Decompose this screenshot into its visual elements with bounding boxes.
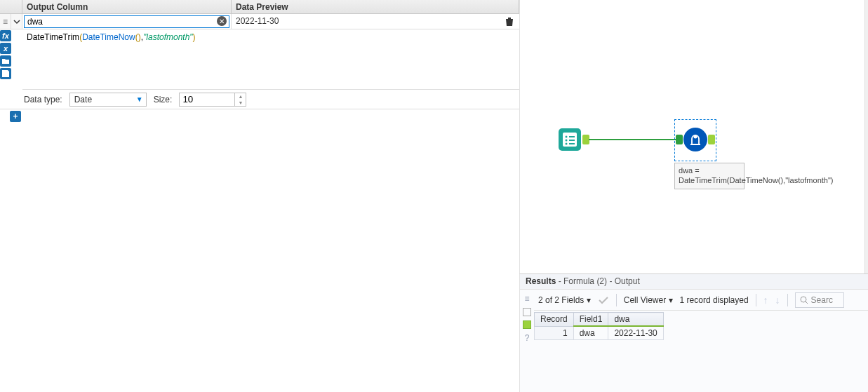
output-column-cell: ✕ [22, 14, 232, 29]
datatype-value: Date [74, 95, 92, 104]
datatype-label: Data type: [24, 95, 62, 104]
separator [616, 294, 617, 306]
list-icon[interactable]: ≡ [524, 294, 529, 304]
canvas-scrollbar[interactable] [864, 0, 868, 273]
formula-output-anchor[interactable] [708, 135, 715, 144]
fx-icon[interactable]: fx [0, 30, 11, 41]
next-record-icon[interactable]: ↓ [775, 295, 780, 306]
results-side-icons: ≡ ? [520, 290, 534, 343]
col-dwa[interactable]: dwa [608, 313, 663, 327]
row-drag-handle-icon[interactable]: ≡ [0, 14, 11, 29]
variable-x-icon[interactable]: x [0, 43, 11, 54]
separator [787, 294, 788, 306]
results-panel: Results - Formula (2) - Output ≡ ? 2 of … [519, 273, 868, 392]
collapse-chevron-icon[interactable] [11, 14, 22, 29]
output-column-input[interactable] [24, 15, 229, 28]
expression-area: fx x DateTimeTrim(DateTimeNow(),"lastofm… [0, 29, 519, 90]
svg-rect-5 [569, 136, 575, 137]
add-expression-button[interactable]: + [10, 111, 21, 122]
apply-check-icon[interactable] [598, 295, 609, 306]
search-placeholder: Searc [811, 295, 833, 305]
record-count-label: 1 record displayed [680, 295, 749, 305]
cell-field1: dwa [573, 326, 608, 340]
col-field1[interactable]: Field1 [573, 313, 608, 327]
results-toolbar: 2 of 2 Fields ▾ Cell Viewer ▾ 1 record d… [534, 290, 868, 311]
results-main: 2 of 2 Fields ▾ Cell Viewer ▾ 1 record d… [534, 290, 868, 343]
data-preview-value: 2022-11-30 [232, 14, 500, 29]
formula-input-anchor[interactable] [676, 135, 683, 144]
header-gutter [0, 0, 22, 13]
folder-icon[interactable] [0, 55, 11, 67]
config-header-row: Output Column Data Preview [0, 0, 519, 14]
svg-point-8 [694, 135, 697, 139]
prev-record-icon[interactable]: ↑ [763, 295, 768, 306]
formula-node-annotation[interactable]: dwa = DateTimeTrim(DateTimeNow(),"lastof… [674, 163, 745, 189]
connection-wire[interactable] [589, 139, 677, 140]
delete-row-icon[interactable] [500, 14, 519, 29]
formula-tool-node[interactable] [683, 128, 707, 151]
svg-rect-6 [569, 140, 575, 141]
fields-selector[interactable]: 2 of 2 Fields ▾ [538, 295, 591, 305]
svg-rect-7 [569, 143, 575, 144]
datatype-select[interactable]: Date ▼ [69, 93, 147, 107]
cell-viewer-dropdown[interactable]: Cell Viewer ▾ [624, 295, 673, 305]
svg-point-3 [566, 140, 568, 142]
svg-point-2 [566, 136, 568, 138]
separator [756, 294, 756, 306]
table-header-row: Record Field1 dwa [535, 313, 664, 327]
spinner-up-icon[interactable]: ▲ [235, 93, 246, 100]
dropdown-caret-icon: ▼ [136, 95, 143, 103]
expression-side-icons: fx x [0, 29, 22, 90]
results-title: Results [526, 276, 556, 286]
results-header: Results - Formula (2) - Output [520, 274, 868, 290]
search-icon [800, 296, 808, 304]
formula-config-panel: Output Column Data Preview ≡ ✕ 2022-11-3… [0, 0, 519, 122]
results-search[interactable]: Searc [795, 292, 844, 308]
cell-dwa: 2022-11-30 [608, 326, 663, 340]
size-label: Size: [154, 95, 173, 104]
help-icon[interactable]: ? [525, 333, 530, 343]
messages-toggle-icon[interactable] [523, 308, 531, 316]
clear-input-icon[interactable]: ✕ [217, 16, 227, 26]
output-field-row: ≡ ✕ 2022-11-30 [0, 14, 519, 29]
output-toggle-icon[interactable] [523, 320, 531, 329]
svg-point-4 [566, 143, 568, 145]
results-subtitle: - Formula (2) - Output [559, 276, 640, 286]
svg-point-9 [801, 297, 806, 302]
expression-editor[interactable]: DateTimeTrim(DateTimeNow(),"lastofmonth"… [22, 29, 519, 90]
datatype-row: Data type: Date ▼ Size: ▲ ▼ [0, 90, 519, 109]
size-spinner[interactable]: ▲ ▼ [235, 93, 246, 107]
save-icon[interactable] [0, 68, 11, 79]
cell-record: 1 [535, 326, 574, 340]
size-input[interactable] [179, 93, 235, 107]
header-data-preview: Data Preview [232, 0, 519, 13]
col-record[interactable]: Record [535, 313, 574, 327]
svg-line-10 [806, 302, 808, 304]
text-input-tool-node[interactable] [558, 128, 582, 151]
results-table: Record Field1 dwa 1 dwa 2022-11-30 [534, 312, 664, 340]
header-output-column: Output Column [22, 0, 232, 13]
spinner-down-icon[interactable]: ▼ [235, 100, 246, 106]
workflow-canvas[interactable]: dwa = DateTimeTrim(DateTimeNow(),"lastof… [519, 0, 868, 273]
table-row[interactable]: 1 dwa 2022-11-30 [535, 326, 664, 340]
